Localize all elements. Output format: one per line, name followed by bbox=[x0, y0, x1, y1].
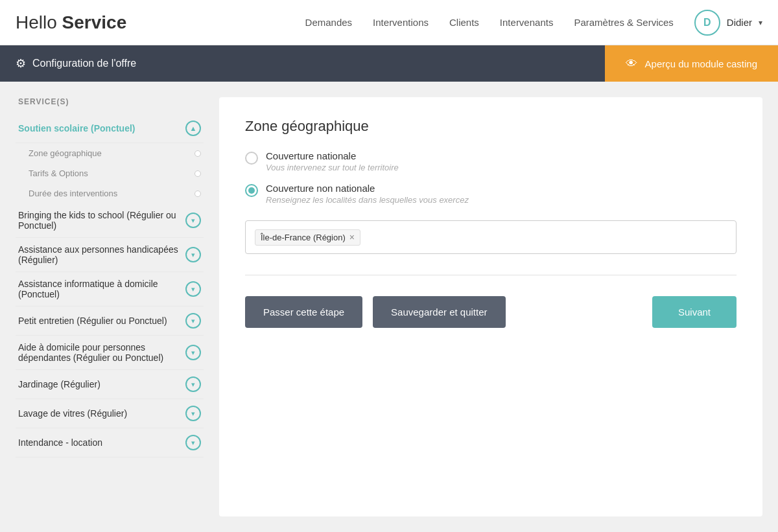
main-nav: Demandes Interventions Clients Intervena… bbox=[305, 17, 674, 28]
radio-label-text-nationale: Couverture nationale bbox=[266, 150, 399, 161]
main-layout: SERVICE(S) Soutien scolaire (Ponctuel) ▲… bbox=[0, 82, 778, 532]
avatar: D bbox=[694, 10, 720, 36]
sidebar-item-lavage[interactable]: Lavage de vitres (Régulier) ▾ bbox=[16, 399, 204, 428]
sidebar-section-label: SERVICE(S) bbox=[16, 97, 204, 106]
nav-clients[interactable]: Clients bbox=[449, 17, 479, 28]
user-area: D Didier ▾ bbox=[694, 10, 762, 36]
user-dropdown-chevron[interactable]: ▾ bbox=[759, 18, 762, 27]
sub-item-dot-tarifs bbox=[194, 170, 201, 177]
tags-input[interactable]: Île-de-France (Région) × bbox=[245, 220, 737, 254]
subheader-title: Configuration de l'offre bbox=[32, 58, 136, 69]
next-button[interactable]: Suivant bbox=[652, 296, 737, 328]
subheader-action-label: Aperçu du module casting bbox=[645, 58, 757, 69]
sub-items-soutien: Zone géographique Tarifs & Options Durée… bbox=[16, 143, 204, 203]
divider bbox=[245, 275, 737, 275]
save-button[interactable]: Sauvegarder et quitter bbox=[373, 296, 505, 328]
gear-icon: ⚙ bbox=[16, 56, 26, 71]
radio-sublabel-nationale: Vous intervenez sur tout le territoire bbox=[266, 163, 399, 172]
logo-service: Service bbox=[62, 12, 127, 32]
section-title: Zone géographique bbox=[245, 118, 737, 135]
sidebar-item-aide-domicile[interactable]: Aide à domicile pour personnes dépendant… bbox=[16, 336, 204, 370]
tag-remove-button[interactable]: × bbox=[349, 233, 355, 242]
sub-item-zone-label: Zone géographique bbox=[29, 148, 102, 158]
chevron-down-icon-info: ▾ bbox=[185, 281, 201, 297]
radio-option-nationale[interactable]: Couverture nationale Vous intervenez sur… bbox=[245, 150, 737, 172]
chevron-down-icon-aide: ▾ bbox=[185, 345, 201, 360]
nav-demandes[interactable]: Demandes bbox=[305, 17, 353, 28]
skip-button[interactable]: Passer cette étape bbox=[245, 296, 362, 328]
sub-item-tarifs-label: Tarifs & Options bbox=[29, 168, 88, 178]
sidebar-item-jardinage[interactable]: Jardinage (Régulier) ▾ bbox=[16, 370, 204, 399]
service-name-petit-entretien: Petit entretien (Régulier ou Ponctuel) bbox=[18, 316, 167, 326]
service-name-bringing: Bringing the kids to school (Régulier ou… bbox=[18, 210, 185, 231]
sub-item-zone[interactable]: Zone géographique bbox=[26, 143, 204, 163]
nav-parametres[interactable]: Paramètres & Services bbox=[574, 17, 673, 28]
chevron-down-icon-bringing: ▾ bbox=[185, 213, 201, 228]
sub-item-dot-duree bbox=[194, 191, 201, 197]
subheader-action-button[interactable]: 👁 Aperçu du module casting bbox=[605, 45, 778, 82]
sidebar-item-bringing[interactable]: Bringing the kids to school (Régulier ou… bbox=[16, 203, 204, 238]
sub-item-duree[interactable]: Durée des interventions bbox=[26, 183, 204, 203]
sub-item-tarifs[interactable]: Tarifs & Options bbox=[26, 163, 204, 183]
action-buttons: Passer cette étape Sauvegarder et quitte… bbox=[245, 296, 737, 328]
tag-ile-de-france: Île-de-France (Région) × bbox=[255, 229, 360, 246]
chevron-down-icon-jardinage: ▾ bbox=[185, 376, 201, 392]
sidebar-item-assistance-handicap[interactable]: Assistance aux personnes handicapées (Ré… bbox=[16, 238, 204, 272]
subheader: ⚙ Configuration de l'offre 👁 Aperçu du m… bbox=[0, 45, 778, 82]
radio-group-coverage: Couverture nationale Vous intervenez sur… bbox=[245, 150, 737, 205]
chevron-down-icon-entretien: ▾ bbox=[185, 313, 201, 329]
chevron-down-icon-lavage: ▾ bbox=[185, 406, 201, 421]
sidebar: SERVICE(S) Soutien scolaire (Ponctuel) ▲… bbox=[16, 97, 204, 516]
nav-interventions[interactable]: Interventions bbox=[373, 17, 429, 28]
service-name-lavage: Lavage de vitres (Régulier) bbox=[18, 408, 127, 419]
content-panel: Zone géographique Couverture nationale V… bbox=[219, 97, 762, 516]
sidebar-item-soutien[interactable]: Soutien scolaire (Ponctuel) ▲ bbox=[16, 114, 204, 143]
service-name-assistance-handicap: Assistance aux personnes handicapées (Ré… bbox=[18, 244, 185, 265]
service-name-aide-domicile: Aide à domicile pour personnes dépendant… bbox=[18, 342, 185, 363]
service-name-soutien: Soutien scolaire (Ponctuel) bbox=[18, 123, 135, 133]
subheader-left: ⚙ Configuration de l'offre bbox=[0, 56, 605, 71]
radio-label-non-nationale: Couverture non nationale Renseignez les … bbox=[266, 183, 469, 205]
sidebar-item-intendance[interactable]: Intendance - location ▾ bbox=[16, 428, 204, 457]
sidebar-item-petit-entretien[interactable]: Petit entretien (Régulier ou Ponctuel) ▾ bbox=[16, 306, 204, 336]
radio-label-text-non-nationale: Couverture non nationale bbox=[266, 183, 469, 194]
username: Didier bbox=[727, 17, 752, 28]
header: Hello Service Demandes Interventions Cli… bbox=[0, 0, 778, 45]
radio-button-nationale[interactable] bbox=[245, 152, 258, 165]
logo-hello: Hello bbox=[16, 12, 62, 32]
sub-item-duree-label: Durée des interventions bbox=[29, 189, 117, 198]
nav-intervenants[interactable]: Intervenants bbox=[500, 17, 554, 28]
logo: Hello Service bbox=[16, 12, 126, 33]
service-name-assistance-info: Assistance informatique à domicile (Ponc… bbox=[18, 279, 185, 299]
sub-item-dot-zone bbox=[194, 150, 201, 157]
eye-icon: 👁 bbox=[626, 57, 637, 71]
service-name-intendance: Intendance - location bbox=[18, 437, 102, 448]
sidebar-item-assistance-info[interactable]: Assistance informatique à domicile (Ponc… bbox=[16, 272, 204, 306]
service-name-jardinage: Jardinage (Régulier) bbox=[18, 379, 100, 389]
chevron-up-icon-soutien: ▲ bbox=[185, 121, 201, 136]
tag-label: Île-de-France (Région) bbox=[261, 233, 346, 242]
radio-label-nationale: Couverture nationale Vous intervenez sur… bbox=[266, 150, 399, 172]
radio-button-non-nationale[interactable] bbox=[245, 184, 258, 197]
radio-option-non-nationale[interactable]: Couverture non nationale Renseignez les … bbox=[245, 183, 737, 205]
chevron-down-icon-handicap: ▾ bbox=[185, 247, 201, 262]
radio-sublabel-non-nationale: Renseignez les localités dans lesquelles… bbox=[266, 195, 469, 205]
chevron-down-icon-intendance: ▾ bbox=[185, 435, 201, 450]
